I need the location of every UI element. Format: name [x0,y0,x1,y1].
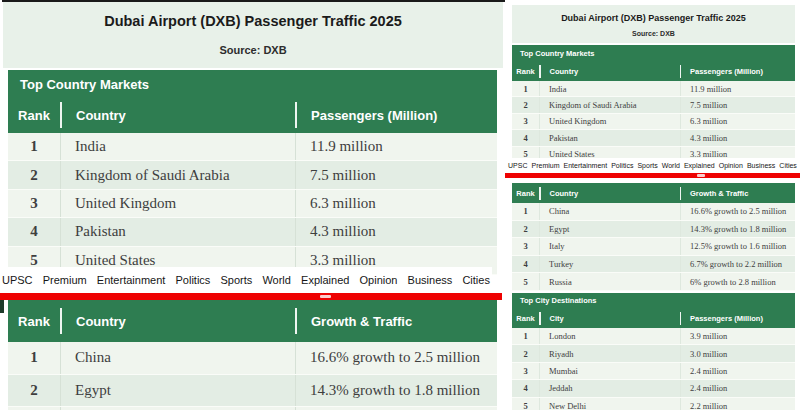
nav-item-business[interactable]: Business [408,274,453,286]
rank-cell: 1 [8,342,60,374]
nav-red-divider [505,173,800,178]
full-article-panel: Dubai Airport (DXB) Passenger Traffic 20… [505,0,800,410]
table-row: 4 Pakistan 4.3 million [512,130,795,146]
rank-cell: 3 [8,190,60,217]
country-cell: United Kingdom [60,190,295,217]
column-header-passengers: Passengers (Million) [681,314,795,323]
rank-cell: 4 [512,130,539,145]
column-header-rank: Rank [8,314,60,329]
table-row: 2 Riyadh 3.0 million [512,345,795,362]
table-column-header: Rank Country Growth & Traffic [512,183,795,203]
table-edge-notch [0,300,4,313]
column-header-rank: Rank [512,314,539,323]
rank-cell: 2 [512,221,539,238]
column-header-growth: Growth & Traffic [681,189,795,198]
table-row: 1 India 11.9 million [512,81,795,97]
growth-traffic-table: Rank Country Growth & Traffic 1 China 16… [512,183,795,291]
rank-cell: 2 [8,161,60,188]
rank-cell: 4 [512,380,539,396]
column-header-rank: Rank [8,108,60,123]
value-cell: 6.3 million [680,114,795,129]
value-cell: 6% growth to 2.8 million [680,273,795,290]
nav-item-politics[interactable]: Politics [611,162,633,169]
country-cell: India [60,133,295,160]
table-row: 4 Turkey 6.7% growth to 2.2 million [512,256,795,274]
country-cell: China [60,342,295,374]
nav-red-divider [0,293,502,300]
nav-item-opinion[interactable]: Opinion [719,162,743,169]
table-column-header: Rank Country Passengers (Million) [8,97,497,133]
table-row: 3 Italy 12.5% growth to 1.6 million [512,238,795,256]
rank-cell: 3 [512,238,539,255]
value-cell: 12.5% growth to 1.6 million [680,238,795,255]
column-header-country: Country [541,67,680,76]
table-row: 5 New Delhi 2.2 million [512,398,795,410]
value-cell: 3.0 million [680,345,795,361]
column-header-rank: Rank [512,189,539,198]
nav-item-sports[interactable]: Sports [220,274,252,286]
nav-item-opinion[interactable]: Opinion [360,274,398,286]
nav-item-upsc[interactable]: UPSC [2,274,33,286]
rank-cell: 3 [512,363,539,379]
nav-item-world[interactable]: World [662,162,680,169]
table-title: Top Country Markets [8,70,497,97]
city-cell: Mumbai [539,363,680,379]
nav-item-entertainment[interactable]: Entertainment [97,274,165,286]
table-title: Top City Destinations [512,293,795,308]
rank-cell: 4 [8,218,60,245]
value-cell: 2.2 million [680,398,795,410]
country-cell: Kingdom of Saudi Arabia [60,161,295,188]
table-row: 5 Russia 6% growth to 2.8 million [512,273,795,291]
nav-item-explained[interactable]: Explained [684,162,715,169]
country-markets-table: Top Country Markets Rank Country Passeng… [512,45,795,163]
nav-item-premium[interactable]: Premium [532,162,560,169]
nav-item-cities[interactable]: Cities [462,274,490,286]
rank-cell: 3 [512,114,539,129]
table-row: 3 United Kingdom 6.3 million [8,190,497,218]
table-title: Top Country Markets [512,45,795,61]
nav-item-business[interactable]: Business [747,162,775,169]
nav-item-sports[interactable]: Sports [637,162,657,169]
site-nav: UPSC Premium Entertainment Politics Spor… [505,158,800,173]
column-header-rank: Rank [512,67,539,76]
column-header-country: Country [541,189,680,198]
table-row: 1 China 16.6% growth to 2.5 million [512,203,795,221]
nav-item-world[interactable]: World [262,274,291,286]
rank-cell: 5 [512,398,539,410]
nav-item-entertainment[interactable]: Entertainment [564,162,608,169]
country-cell: Italy [539,238,680,255]
table-row: 2 Egypt 14.3% growth to 1.8 million [8,375,497,408]
value-cell: 3.9 million [680,328,795,344]
country-cell: Pakistan [60,218,295,245]
nav-item-premium[interactable]: Premium [43,274,87,286]
value-cell: 7.5 million [295,161,497,188]
country-cell: China [539,203,680,220]
rank-cell: 1 [8,133,60,160]
country-cell: Russia [539,273,680,290]
column-header-passengers: Passengers (Million) [681,67,795,76]
nav-item-cities[interactable]: Cities [779,162,797,169]
column-header-growth: Growth & Traffic [297,314,497,329]
country-cell: India [539,81,680,96]
country-cell: Egypt [60,375,295,407]
table-row: 2 Kingdom of Saudi Arabia 7.5 million [512,97,795,113]
country-cell: Pakistan [539,130,680,145]
city-cell: Riyadh [539,345,680,361]
nav-item-upsc[interactable]: UPSC [508,162,527,169]
nav-item-politics[interactable]: Politics [175,274,210,286]
value-cell: 16.6% growth to 2.5 million [295,342,497,374]
growth-traffic-table: Rank Country Growth & Traffic 1 China 16… [8,300,497,410]
article-hero: Dubai Airport (DXB) Passenger Traffic 20… [3,2,503,68]
red-divider-mark [320,295,331,298]
table-row: 1 London 3.9 million [512,328,795,345]
value-cell: 4.3 million [680,130,795,145]
nav-item-explained[interactable]: Explained [301,274,349,286]
column-header-city: City [541,314,680,323]
value-cell: 2.4 million [680,380,795,396]
article-hero: Dubai Airport (DXB) Passenger Traffic 20… [512,5,795,43]
rank-cell: 1 [512,81,539,96]
rank-cell: 2 [512,97,539,112]
country-cell: Turkey [539,256,680,273]
value-cell: 16.6% growth to 2.5 million [680,203,795,220]
table-row: 2 Kingdom of Saudi Arabia 7.5 million [8,161,497,189]
